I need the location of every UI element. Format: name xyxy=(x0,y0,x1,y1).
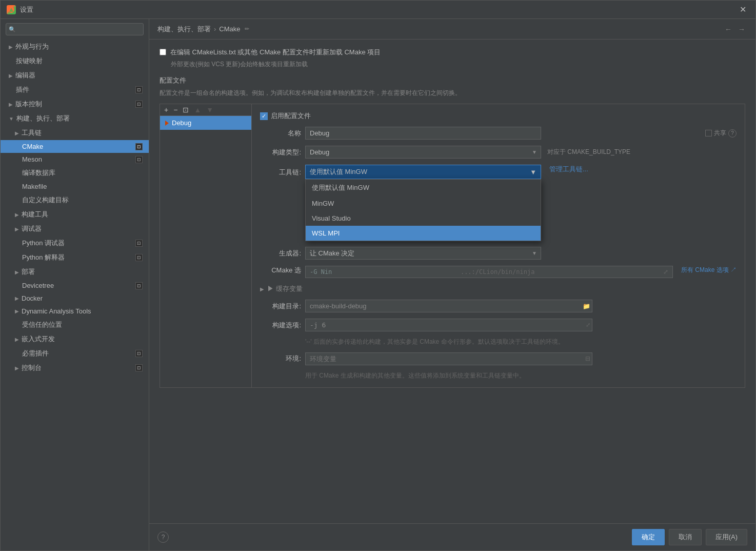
sidebar-item-vcs[interactable]: ▶ 版本控制 ⊡ xyxy=(1,97,149,111)
manage-toolchain-link[interactable]: 管理工具链... xyxy=(549,165,588,174)
profile-item-label: Debug xyxy=(172,119,191,127)
build-opts-wrap: ⤢ xyxy=(305,319,592,331)
dropdown-item-default-mingw[interactable]: 使用默认值 MinGW xyxy=(306,180,541,196)
profiles-section-desc: 配置文件是一组命名的构建选项。例如，为调试和发布构建创建单独的配置文件，并在需要… xyxy=(160,88,745,97)
build-type-label: 构建类型: xyxy=(260,148,301,157)
vcs-badge: ⊡ xyxy=(135,101,143,108)
expand-arrow-deploy: ▶ xyxy=(15,269,19,275)
search-box[interactable]: 🔍 xyxy=(6,23,144,35)
sidebar-item-build[interactable]: ▼ 构建、执行、部署 xyxy=(1,111,149,126)
build-dir-input[interactable] xyxy=(305,300,592,312)
devicetree-badge: ⊡ xyxy=(135,282,143,289)
sidebar-item-keymap[interactable]: 按键映射 xyxy=(1,54,149,68)
build-type-select[interactable]: Debug Release RelWithDebInfo xyxy=(305,146,541,159)
sidebar-item-required-plugins[interactable]: 必需插件 ⊡ xyxy=(1,346,149,361)
sidebar-item-debugger[interactable]: ▶ 调试器 xyxy=(1,222,149,236)
build-opts-expand-icon[interactable]: ⤢ xyxy=(586,322,590,328)
nav-forward-button[interactable]: → xyxy=(736,24,747,34)
sidebar-item-plugins[interactable]: 插件 ⊡ xyxy=(1,83,149,97)
app-icon xyxy=(7,5,16,14)
toolchain-select-container: 使用默认值 MinGW ▼ 使用默认值 MinGW MinGW Visual S… xyxy=(305,165,541,179)
profile-item-debug[interactable]: Debug xyxy=(160,116,251,130)
profile-list-panel: + − ⊡ ▲ ▼ Debug xyxy=(160,104,252,388)
main-header: 构建、执行、部署 › CMake ✏ ← → xyxy=(149,19,755,40)
sidebar-item-embedded[interactable]: ▶ 嵌入式开发 xyxy=(1,332,149,346)
enable-checkbox[interactable]: ✓ xyxy=(260,112,268,120)
sidebar-item-cmake[interactable]: CMake ⊡ xyxy=(1,140,149,153)
toolchain-label: 工具链: xyxy=(260,165,301,177)
name-input[interactable] xyxy=(305,127,541,140)
generator-select[interactable]: 让 CMake 决定 Ninja xyxy=(305,247,541,260)
env-input[interactable] xyxy=(305,352,592,365)
edit-icon[interactable]: ✏ xyxy=(245,26,249,32)
expand-arrow: ▶ xyxy=(9,44,13,50)
expand-arrow-build: ▼ xyxy=(9,116,14,122)
all-cmake-opts-link[interactable]: 所有 CMake 选项 ↗ xyxy=(681,266,737,274)
cmake-opts-row: CMake 选 -G Nin ...:/CLion/bin/ninja ⤢ 所有… xyxy=(260,266,737,278)
sidebar-item-compile-db[interactable]: 编译数据库 xyxy=(1,166,149,180)
env-table-icon[interactable]: ⊟ xyxy=(585,355,590,362)
close-button[interactable]: ✕ xyxy=(737,4,749,15)
env-wrap: ⊟ xyxy=(305,352,592,365)
build-dir-wrap: 📁 xyxy=(305,300,592,312)
ok-button[interactable]: 确定 xyxy=(632,529,665,545)
share-label: 共享 xyxy=(714,129,726,137)
nav-back-button[interactable]: ← xyxy=(723,24,734,34)
search-input[interactable] xyxy=(6,23,144,35)
share-checkbox[interactable] xyxy=(705,130,712,136)
sidebar-item-console[interactable]: ▶ 控制台 ⊡ xyxy=(1,361,149,375)
expand-arrow-toolchains: ▶ xyxy=(15,130,19,136)
profile-up-btn[interactable]: ▲ xyxy=(192,105,203,114)
env-label: 环境: xyxy=(260,354,301,363)
profile-down-btn[interactable]: ▼ xyxy=(204,105,215,114)
share-help-icon[interactable]: ? xyxy=(728,129,737,137)
profile-copy-btn[interactable]: ⊡ xyxy=(181,105,191,114)
cmake-opts-expand-icon[interactable]: ⤢ xyxy=(663,268,668,276)
sidebar-item-trusted-locations[interactable]: 受信任的位置 xyxy=(1,318,149,332)
dropdown-item-vs[interactable]: Visual Studio xyxy=(306,211,541,226)
sidebar-item-python-interpreter[interactable]: Python 解释器 ⊡ xyxy=(1,250,149,265)
breadcrumb-part2: CMake xyxy=(219,25,240,33)
sidebar-item-custom-targets[interactable]: 自定义构建目标 xyxy=(1,193,149,207)
sidebar-item-deploy[interactable]: ▶ 部署 xyxy=(1,265,149,279)
sidebar-item-docker[interactable]: ▶ Docker xyxy=(1,292,149,305)
main-content: 构建、执行、部署 › CMake ✏ ← → 在编辑 CMakeLists.tx… xyxy=(149,19,755,550)
reload-subtext: 外部更改(例如 VCS 更新)会始终触发项目重新加载 xyxy=(171,60,745,69)
breadcrumb-part1: 构建、执行、部署 xyxy=(157,25,211,34)
profile-triangle-icon xyxy=(165,121,169,126)
dropdown-item-mingw[interactable]: MinGW xyxy=(306,196,541,211)
apply-button[interactable]: 应用(A) xyxy=(706,529,747,545)
search-icon: 🔍 xyxy=(9,26,16,33)
build-dir-folder-icon[interactable]: 📁 xyxy=(583,303,590,310)
python-debugger-badge: ⊡ xyxy=(135,240,143,247)
sidebar-item-meson[interactable]: Meson ⊡ xyxy=(1,153,149,166)
enable-label: 启用配置文件 xyxy=(271,111,311,121)
sidebar-item-makefile[interactable]: Makefile xyxy=(1,180,149,193)
dropdown-item-wsl-mpi[interactable]: WSL MPI xyxy=(306,226,541,241)
sidebar-item-appearance[interactable]: ▶ 外观与行为 xyxy=(1,40,149,54)
build-type-hint: 对应于 CMAKE_BUILD_TYPE xyxy=(547,148,630,156)
sidebar-item-editor[interactable]: ▶ 编辑器 xyxy=(1,68,149,83)
footer-help-button[interactable]: ? xyxy=(157,532,169,543)
build-type-select-wrap: Debug Release RelWithDebInfo ▼ xyxy=(305,146,541,159)
expand-arrow-console: ▶ xyxy=(15,365,19,371)
sidebar-item-python-debugger[interactable]: Python 调试器 ⊡ xyxy=(1,236,149,250)
profile-add-btn[interactable]: + xyxy=(162,105,170,114)
dialog-footer: ? 确定 取消 应用(A) xyxy=(149,523,755,550)
sidebar-item-toolchains[interactable]: ▶ 工具链 xyxy=(1,126,149,140)
build-dir-label: 构建目录: xyxy=(260,302,301,311)
cached-vars-label: ▶ 缓存变量 xyxy=(267,284,303,293)
sidebar-item-build-tools[interactable]: ▶ 构建工具 xyxy=(1,207,149,222)
cached-vars-row[interactable]: ▶ ▶ 缓存变量 xyxy=(260,284,737,293)
cached-vars-arrow-icon: ▶ xyxy=(260,286,264,292)
sidebar-item-devicetree[interactable]: Devicetree ⊡ xyxy=(1,279,149,292)
build-opts-row: 构建选项: ⤢ xyxy=(260,319,737,331)
reload-checkbox[interactable] xyxy=(160,49,166,55)
profile-remove-btn[interactable]: − xyxy=(171,105,180,114)
cancel-button[interactable]: 取消 xyxy=(669,529,702,545)
sidebar-item-dynamic-analysis[interactable]: ▶ Dynamic Analysis Tools xyxy=(1,305,149,318)
toolchain-select-display[interactable]: 使用默认值 MinGW ▼ xyxy=(305,165,541,179)
build-opts-input[interactable] xyxy=(305,319,592,331)
profile-area: + − ⊡ ▲ ▼ Debug xyxy=(160,104,745,388)
build-dir-row: 构建目录: 📁 xyxy=(260,300,737,312)
